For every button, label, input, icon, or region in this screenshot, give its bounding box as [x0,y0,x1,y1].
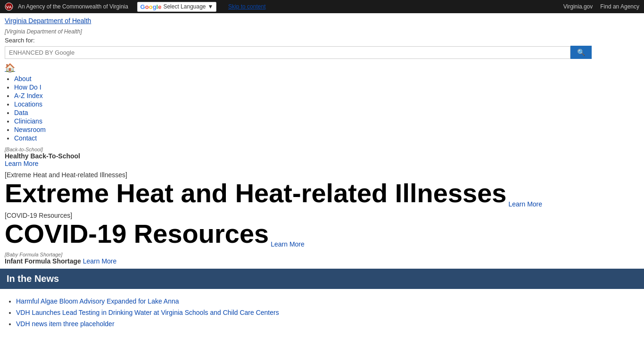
nav-link-newsroom[interactable]: Newsroom [14,126,46,133]
nav-link-about[interactable]: About [14,75,32,82]
extreme-heat-image: [Extreme Heat and Heat-related Illnesses… [5,171,127,179]
google-logo: Google [140,3,162,10]
header: Virginia Department of Health [Virginia … [0,13,644,61]
search-icon: 🔍 [577,49,585,56]
news-list: Harmful Algae Bloom Advisory Expanded fo… [0,289,644,336]
back-to-school-learn-more[interactable]: Learn More [5,160,39,167]
nav-link-clinicians[interactable]: Clinicians [14,117,42,125]
nav-item-contact: Contact [14,134,639,142]
news-link-3[interactable]: VDH news item three placeholder [16,320,115,328]
virginia-seal-icon: VA [5,2,13,11]
covid19-image: [COVID-19 Resources] [5,212,72,219]
nav-item-clinicians: Clinicians [14,117,639,125]
search-button[interactable]: 🔍 [570,46,592,59]
nav-item-data: Data [14,109,639,116]
nav-item-locations: Locations [14,100,639,108]
content-area: [Back-to-School] Healthy Back-To-School … [0,147,644,265]
search-row: 🔍 [5,46,639,59]
nav-link-how-do-i[interactable]: How Do I [14,83,41,91]
promo-covid19: [COVID-19 Resources] COVID-19 Resources … [5,212,639,248]
news-item-3: VDH news item three placeholder [16,320,637,328]
top-bar-left: VA An Agency of the Commonwealth of Virg… [5,2,268,12]
navigation: 🏠 About How Do I A-Z Index Locations Dat… [0,61,644,147]
news-item-2: VDH Launches Lead Testing in Drinking Wa… [16,309,637,316]
nav-list: About How Do I A-Z Index Locations Data … [5,75,639,142]
extreme-heat-learn-more[interactable]: Learn More [508,200,542,208]
infant-formula-title: Infant Formula Shortage [5,257,81,265]
extreme-heat-title: Extreme Heat and Heat-related Illnesses [5,179,506,208]
translate-arrow-icon: ▼ [208,3,214,10]
back-to-school-title: Healthy Back-To-School [5,152,80,160]
nav-link-data[interactable]: Data [14,109,28,116]
site-title-link[interactable]: Virginia Department of Health [5,17,91,25]
covid19-learn-more[interactable]: Learn More [271,240,305,248]
news-item-1: Harmful Algae Bloom Advisory Expanded fo… [16,297,637,305]
nav-link-az-index[interactable]: A-Z Index [14,92,43,99]
find-agency-link[interactable]: Find an Agency [600,3,639,10]
logo-area: [Virginia Department of Health] [5,27,639,35]
news-items: Harmful Algae Bloom Advisory Expanded fo… [7,297,637,328]
nav-link-locations[interactable]: Locations [14,100,42,108]
promo-infant-formula: [Baby Formula Shortage] Infant Formula S… [5,252,639,265]
search-label: Search for: [5,37,639,44]
news-link-2[interactable]: VDH Launches Lead Testing in Drinking Wa… [16,309,279,316]
covid19-title: COVID-19 Resources [5,219,269,248]
nav-link-contact[interactable]: Contact [14,134,37,142]
in-the-news-title: In the News [7,273,637,284]
infant-formula-learn-more[interactable]: Learn More [83,257,117,265]
nav-item-newsroom: Newsroom [14,126,639,133]
search-input[interactable] [5,46,570,59]
main-content: [Back-to-School] Healthy Back-To-School … [0,147,644,336]
agency-text: An Agency of the Commonwealth of Virgini… [18,3,128,10]
promo-back-to-school: [Back-to-School] Healthy Back-To-School … [5,147,639,167]
in-the-news-header: In the News [0,269,644,289]
skip-to-content-link[interactable]: Skip to content [225,2,268,11]
news-link-1[interactable]: Harmful Algae Bloom Advisory Expanded fo… [16,297,179,305]
back-to-school-image: [Back-to-School] [5,147,639,152]
virginia-gov-link[interactable]: Virginia.gov [563,3,593,10]
nav-item-az-index: A-Z Index [14,92,639,99]
top-bar-right: Virginia.gov Find an Agency [563,3,639,10]
home-nav-icon[interactable]: 🏠 [5,63,639,73]
infant-formula-image: [Baby Formula Shortage] [5,252,639,257]
logo-image: [Virginia Department of Health] [5,28,82,35]
translate-label: Select Language [163,3,206,10]
nav-item-about: About [14,75,639,82]
top-bar: VA An Agency of the Commonwealth of Virg… [0,0,644,13]
nav-item-how-do-i: How Do I [14,83,639,91]
translate-widget[interactable]: Google Select Language ▼ [137,2,217,12]
svg-text:VA: VA [6,5,12,9]
promo-extreme-heat: [Extreme Heat and Heat-related Illnesses… [5,171,639,208]
home-icon-symbol: 🏠 [5,63,15,73]
